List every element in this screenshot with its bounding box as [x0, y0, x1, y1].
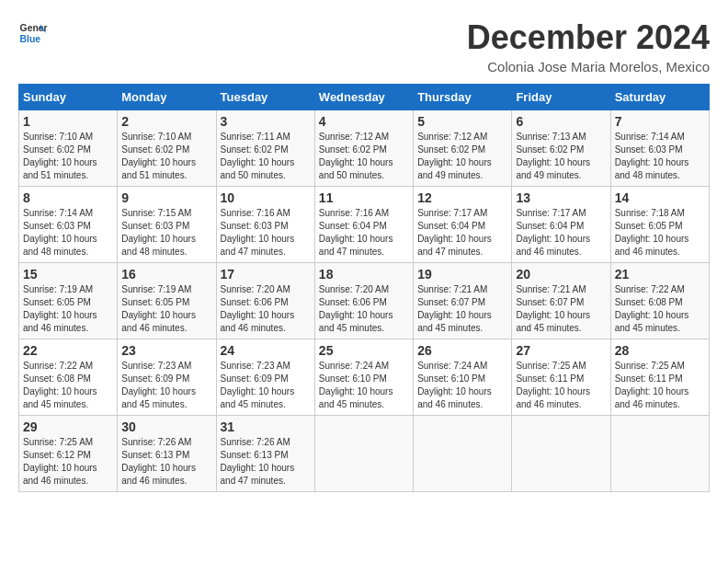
- calendar-cell: 12Sunrise: 7:17 AMSunset: 6:04 PMDayligh…: [414, 187, 512, 263]
- calendar-cell: 21Sunrise: 7:22 AMSunset: 6:08 PMDayligh…: [610, 263, 709, 339]
- day-info: Sunrise: 7:17 AMSunset: 6:04 PMDaylight:…: [417, 207, 507, 259]
- day-number: 2: [121, 114, 211, 129]
- calendar-cell: 14Sunrise: 7:18 AMSunset: 6:05 PMDayligh…: [610, 187, 709, 263]
- day-number: 3: [221, 114, 311, 129]
- calendar-cell: 17Sunrise: 7:20 AMSunset: 6:06 PMDayligh…: [216, 263, 314, 339]
- day-number: 6: [516, 114, 606, 129]
- day-info: Sunrise: 7:11 AMSunset: 6:02 PMDaylight:…: [221, 131, 311, 182]
- calendar-cell: 25Sunrise: 7:24 AMSunset: 6:10 PMDayligh…: [314, 339, 413, 416]
- logo: General Blue: [18, 18, 48, 48]
- calendar-week-row: 22Sunrise: 7:22 AMSunset: 6:08 PMDayligh…: [19, 339, 710, 416]
- day-number: 28: [615, 343, 705, 358]
- calendar-cell: 31Sunrise: 7:26 AMSunset: 6:13 PMDayligh…: [216, 416, 314, 492]
- day-number: 11: [319, 190, 409, 205]
- calendar-cell: 16Sunrise: 7:19 AMSunset: 6:05 PMDayligh…: [118, 263, 216, 339]
- calendar-cell: 13Sunrise: 7:17 AMSunset: 6:04 PMDayligh…: [512, 187, 610, 263]
- day-info: Sunrise: 7:20 AMSunset: 6:06 PMDaylight:…: [319, 283, 409, 335]
- calendar-week-row: 1Sunrise: 7:10 AMSunset: 6:02 PMDaylight…: [19, 110, 710, 187]
- calendar-table: Sunday Monday Tuesday Wednesday Thursday…: [18, 84, 710, 492]
- day-number: 5: [417, 114, 507, 129]
- day-number: 30: [121, 419, 211, 434]
- calendar-cell: 27Sunrise: 7:25 AMSunset: 6:11 PMDayligh…: [512, 339, 610, 416]
- calendar-cell: 29Sunrise: 7:25 AMSunset: 6:12 PMDayligh…: [19, 416, 118, 492]
- weekday-header-row: Sunday Monday Tuesday Wednesday Thursday…: [19, 85, 710, 110]
- day-info: Sunrise: 7:16 AMSunset: 6:04 PMDaylight:…: [319, 207, 409, 259]
- day-info: Sunrise: 7:12 AMSunset: 6:02 PMDaylight:…: [319, 131, 409, 182]
- day-number: 25: [319, 343, 409, 358]
- col-friday: Friday: [512, 85, 610, 110]
- day-info: Sunrise: 7:26 AMSunset: 6:13 PMDaylight:…: [221, 436, 311, 488]
- day-number: 29: [23, 419, 113, 434]
- day-number: 18: [319, 267, 409, 282]
- calendar-cell: 11Sunrise: 7:16 AMSunset: 6:04 PMDayligh…: [314, 187, 413, 263]
- calendar-cell: 9Sunrise: 7:15 AMSunset: 6:03 PMDaylight…: [118, 187, 216, 263]
- col-tuesday: Tuesday: [216, 85, 314, 110]
- calendar-cell: 10Sunrise: 7:16 AMSunset: 6:03 PMDayligh…: [216, 187, 314, 263]
- col-sunday: Sunday: [19, 85, 118, 110]
- col-thursday: Thursday: [414, 85, 512, 110]
- calendar-week-row: 15Sunrise: 7:19 AMSunset: 6:05 PMDayligh…: [19, 263, 710, 339]
- day-info: Sunrise: 7:23 AMSunset: 6:09 PMDaylight:…: [221, 360, 311, 411]
- day-info: Sunrise: 7:18 AMSunset: 6:05 PMDaylight:…: [615, 207, 705, 259]
- calendar-cell: 4Sunrise: 7:12 AMSunset: 6:02 PMDaylight…: [314, 110, 413, 187]
- col-monday: Monday: [118, 85, 216, 110]
- day-info: Sunrise: 7:25 AMSunset: 6:11 PMDaylight:…: [615, 360, 705, 411]
- day-info: Sunrise: 7:24 AMSunset: 6:10 PMDaylight:…: [417, 360, 507, 411]
- day-number: 19: [417, 267, 507, 282]
- calendar-cell: 24Sunrise: 7:23 AMSunset: 6:09 PMDayligh…: [216, 339, 314, 416]
- day-number: 20: [516, 267, 606, 282]
- calendar-cell: 30Sunrise: 7:26 AMSunset: 6:13 PMDayligh…: [118, 416, 216, 492]
- calendar-cell: 22Sunrise: 7:22 AMSunset: 6:08 PMDayligh…: [19, 339, 118, 416]
- col-saturday: Saturday: [610, 85, 709, 110]
- day-number: 4: [319, 114, 409, 129]
- day-info: Sunrise: 7:23 AMSunset: 6:09 PMDaylight:…: [121, 360, 211, 411]
- day-number: 7: [615, 114, 705, 129]
- day-number: 10: [221, 190, 311, 205]
- day-info: Sunrise: 7:24 AMSunset: 6:10 PMDaylight:…: [319, 360, 409, 411]
- calendar-week-row: 29Sunrise: 7:25 AMSunset: 6:12 PMDayligh…: [19, 416, 710, 492]
- calendar-cell: [414, 416, 512, 492]
- day-info: Sunrise: 7:13 AMSunset: 6:02 PMDaylight:…: [516, 131, 606, 182]
- day-info: Sunrise: 7:15 AMSunset: 6:03 PMDaylight:…: [121, 207, 211, 259]
- calendar-cell: 1Sunrise: 7:10 AMSunset: 6:02 PMDaylight…: [19, 110, 118, 187]
- day-info: Sunrise: 7:26 AMSunset: 6:13 PMDaylight:…: [121, 436, 211, 488]
- logo-icon: General Blue: [18, 18, 48, 48]
- calendar-cell: [314, 416, 413, 492]
- calendar-week-row: 8Sunrise: 7:14 AMSunset: 6:03 PMDaylight…: [19, 187, 710, 263]
- day-number: 15: [23, 267, 113, 282]
- day-info: Sunrise: 7:19 AMSunset: 6:05 PMDaylight:…: [23, 283, 113, 335]
- day-info: Sunrise: 7:25 AMSunset: 6:11 PMDaylight:…: [516, 360, 606, 411]
- calendar-cell: 3Sunrise: 7:11 AMSunset: 6:02 PMDaylight…: [216, 110, 314, 187]
- day-number: 24: [221, 343, 311, 358]
- day-number: 22: [23, 343, 113, 358]
- calendar-cell: 15Sunrise: 7:19 AMSunset: 6:05 PMDayligh…: [19, 263, 118, 339]
- day-number: 13: [516, 190, 606, 205]
- day-info: Sunrise: 7:20 AMSunset: 6:06 PMDaylight:…: [221, 283, 311, 335]
- svg-text:General: General: [20, 23, 48, 33]
- day-number: 8: [23, 190, 113, 205]
- calendar-cell: 20Sunrise: 7:21 AMSunset: 6:07 PMDayligh…: [512, 263, 610, 339]
- day-number: 31: [221, 419, 311, 434]
- day-info: Sunrise: 7:17 AMSunset: 6:04 PMDaylight:…: [516, 207, 606, 259]
- svg-text:Blue: Blue: [20, 34, 41, 44]
- day-number: 9: [121, 190, 211, 205]
- day-info: Sunrise: 7:22 AMSunset: 6:08 PMDaylight:…: [23, 360, 113, 411]
- day-number: 23: [121, 343, 211, 358]
- calendar-cell: 8Sunrise: 7:14 AMSunset: 6:03 PMDaylight…: [19, 187, 118, 263]
- calendar-cell: [610, 416, 709, 492]
- col-wednesday: Wednesday: [314, 85, 413, 110]
- location-subtitle: Colonia Jose Maria Morelos, Mexico: [467, 59, 710, 75]
- calendar-cell: 26Sunrise: 7:24 AMSunset: 6:10 PMDayligh…: [414, 339, 512, 416]
- day-number: 21: [615, 267, 705, 282]
- title-area: December 2024 Colonia Jose Maria Morelos…: [467, 18, 710, 75]
- day-info: Sunrise: 7:22 AMSunset: 6:08 PMDaylight:…: [615, 283, 705, 335]
- day-number: 27: [516, 343, 606, 358]
- calendar-cell: 18Sunrise: 7:20 AMSunset: 6:06 PMDayligh…: [314, 263, 413, 339]
- calendar-cell: 7Sunrise: 7:14 AMSunset: 6:03 PMDaylight…: [610, 110, 709, 187]
- day-info: Sunrise: 7:19 AMSunset: 6:05 PMDaylight:…: [121, 283, 211, 335]
- day-info: Sunrise: 7:10 AMSunset: 6:02 PMDaylight:…: [23, 131, 113, 182]
- day-number: 26: [417, 343, 507, 358]
- calendar-cell: 6Sunrise: 7:13 AMSunset: 6:02 PMDaylight…: [512, 110, 610, 187]
- day-info: Sunrise: 7:14 AMSunset: 6:03 PMDaylight:…: [23, 207, 113, 259]
- day-info: Sunrise: 7:10 AMSunset: 6:02 PMDaylight:…: [121, 131, 211, 182]
